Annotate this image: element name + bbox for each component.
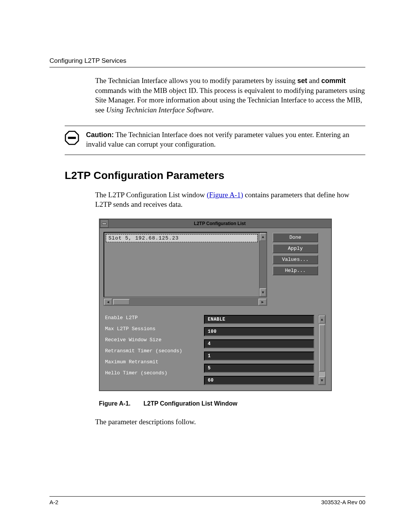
param-label: Max L2TP Sessions xyxy=(105,326,200,332)
scroll-right-icon[interactable]: ▶ xyxy=(258,299,267,305)
param-label: Receive Window Size xyxy=(105,337,200,343)
svg-rect-1 xyxy=(68,137,76,139)
param-label: Hello Timer (seconds) xyxy=(105,370,200,376)
figure-caption: Figure A-1.L2TP Configuration List Windo… xyxy=(99,400,365,407)
intro-book-title: Using Technician Interface Software xyxy=(106,106,212,114)
parameter-values: ENABLE 100 4 1 5 60 xyxy=(204,315,314,385)
apply-button[interactable]: Apply xyxy=(272,244,318,253)
list-area: Slot 5, 192.68.125.23 ▲ ▼ ◀ ▶ xyxy=(104,232,267,306)
l2tp-config-window: L2TP Configuration List Slot 5, 192.68.1… xyxy=(99,219,332,391)
warning-icon xyxy=(65,131,79,145)
scroll-track[interactable] xyxy=(319,324,325,376)
document-page: Configuring L2TP Services The Technician… xyxy=(0,0,411,532)
list-horizontal-scrollbar[interactable]: ◀ ▶ xyxy=(104,298,267,306)
scroll-up-icon[interactable]: ▲ xyxy=(319,315,325,324)
receive-window-field[interactable]: 4 xyxy=(204,339,314,348)
scroll-down-icon[interactable]: ▼ xyxy=(260,288,266,297)
caution-rule-top xyxy=(65,126,365,126)
param-label: Retransmit Timer (seconds) xyxy=(105,348,200,354)
page-footer: A-2 303532-A Rev 00 xyxy=(49,493,365,505)
caution-label: Caution: xyxy=(86,131,114,139)
selected-list-row[interactable]: Slot 5, 192.68.125.23 xyxy=(106,234,258,242)
scroll-down-icon[interactable]: ▼ xyxy=(319,376,325,385)
figure-image: L2TP Configuration List Slot 5, 192.68.1… xyxy=(99,219,332,391)
retransmit-timer-field[interactable]: 1 xyxy=(204,351,314,361)
page-number: A-2 xyxy=(49,499,58,505)
intro-text: . xyxy=(212,106,214,114)
header-rule xyxy=(49,67,365,67)
follow-paragraph: The parameter descriptions follow. xyxy=(95,418,365,426)
caution-body: The Technician Interface does not verify… xyxy=(86,131,349,149)
intro-commit-cmd: commit xyxy=(321,77,346,85)
caution-block: Caution: The Technician Interface does n… xyxy=(65,126,365,155)
body-paragraph: The L2TP Configuration List window (Figu… xyxy=(95,190,365,209)
window-upper-pane: Slot 5, 192.68.125.23 ▲ ▼ ◀ ▶ xyxy=(100,228,331,308)
intro-set-cmd: set xyxy=(297,77,307,85)
button-column: Done Apply Values... Help... xyxy=(272,232,318,306)
parameter-labels: Enable L2TP Max L2TP Sessions Receive Wi… xyxy=(105,315,200,385)
list-vertical-scrollbar[interactable]: ▲ ▼ xyxy=(259,233,266,297)
figure-number: Figure A-1. xyxy=(99,400,131,407)
scroll-track[interactable] xyxy=(112,299,258,305)
scroll-thumb[interactable] xyxy=(113,299,130,305)
param-label: Enable L2TP xyxy=(105,315,200,321)
params-vertical-scrollbar[interactable]: ▲ ▼ xyxy=(318,315,326,385)
doc-number: 303532-A Rev 00 xyxy=(321,499,365,505)
figure-title: L2TP Configuration List Window xyxy=(143,400,237,407)
running-head: Configuring L2TP Services xyxy=(49,57,365,65)
intro-text: and xyxy=(307,77,321,85)
window-titlebar: L2TP Configuration List xyxy=(100,219,331,228)
list-inner: Slot 5, 192.68.125.23 xyxy=(104,233,259,297)
values-button[interactable]: Values... xyxy=(272,255,318,264)
enable-l2tp-field[interactable]: ENABLE xyxy=(204,315,314,324)
window-title: L2TP Configuration List xyxy=(108,221,331,226)
help-button[interactable]: Help... xyxy=(272,266,318,275)
intro-text: The Technician Interface allows you to m… xyxy=(95,77,297,85)
scroll-thumb[interactable] xyxy=(319,324,325,372)
config-listbox[interactable]: Slot 5, 192.68.125.23 ▲ ▼ xyxy=(104,232,267,297)
intro-paragraph: The Technician Interface allows you to m… xyxy=(95,76,365,115)
maximum-retransmit-field[interactable]: 5 xyxy=(204,364,314,373)
scroll-track[interactable] xyxy=(260,241,266,288)
scroll-left-icon[interactable]: ◀ xyxy=(104,299,112,305)
done-button[interactable]: Done xyxy=(272,233,318,242)
section-heading: L2TP Configuration Parameters xyxy=(65,169,365,182)
figure-link[interactable]: (Figure A-1) xyxy=(207,191,243,199)
scroll-up-icon[interactable]: ▲ xyxy=(260,233,266,241)
caution-rule-bottom xyxy=(65,155,365,155)
parameter-pane: Enable L2TP Max L2TP Sessions Receive Wi… xyxy=(100,308,331,390)
system-menu-icon[interactable] xyxy=(100,219,108,228)
max-sessions-field[interactable]: 100 xyxy=(204,327,314,336)
body-text: The L2TP Configuration List window xyxy=(95,191,207,199)
footer-rule xyxy=(49,496,365,497)
param-label: Maximum Retransmit xyxy=(105,359,200,365)
caution-row: Caution: The Technician Interface does n… xyxy=(65,130,365,149)
hello-timer-field[interactable]: 60 xyxy=(204,376,314,385)
caution-text: Caution: The Technician Interface does n… xyxy=(86,130,365,149)
